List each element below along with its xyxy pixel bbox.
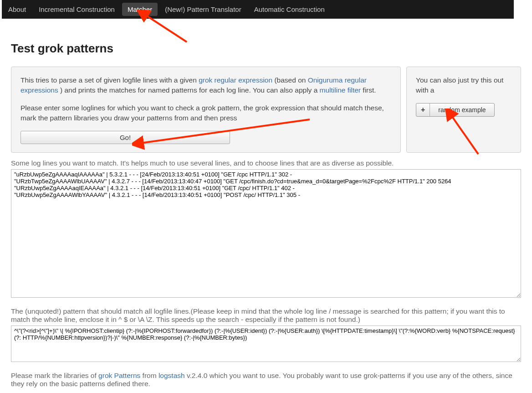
page-title: Test grok patterns <box>11 41 521 56</box>
link-multiline-filter[interactable]: multiline filter <box>320 86 361 94</box>
go-button[interactable]: Go! <box>20 131 230 144</box>
pattern-label: The (unquoted!) pattern that should matc… <box>11 307 521 324</box>
nav-about[interactable]: About <box>2 1 32 18</box>
loglines-label: Some log lines you want to match. It's h… <box>11 159 521 167</box>
link-logstash[interactable]: logstash <box>159 372 185 379</box>
nav-incremental[interactable]: Incremental Construction <box>32 1 121 18</box>
intro-panel: This tries to parse a set of given logfi… <box>11 67 401 153</box>
link-grok-patterns[interactable]: grok Patterns <box>98 372 140 379</box>
nav-automatic[interactable]: Automatic Construction <box>248 1 331 18</box>
random-example-label: random example <box>430 103 494 116</box>
side-text: You can also just try this out with a <box>416 75 512 96</box>
nav-pattern-translator[interactable]: (New!) Pattern Translator <box>159 1 248 18</box>
random-example-button[interactable]: + random example <box>416 103 495 117</box>
libraries-text: Please mark the libraries of grok Patter… <box>11 372 521 388</box>
intro-text-1: This tries to parse a set of given logfi… <box>20 75 391 96</box>
loglines-textarea[interactable] <box>11 169 521 298</box>
nav-matcher[interactable]: Matcher <box>122 3 158 16</box>
link-grok-regex[interactable]: grok regular expression <box>199 76 272 84</box>
intro-text-2: Please enter some loglines for which you… <box>20 103 391 124</box>
pattern-textarea[interactable] <box>11 326 521 362</box>
side-panel: You can also just try this out with a + … <box>406 67 521 153</box>
top-navbar: About Incremental Construction Matcher (… <box>2 0 514 19</box>
plus-icon: + <box>416 103 430 116</box>
